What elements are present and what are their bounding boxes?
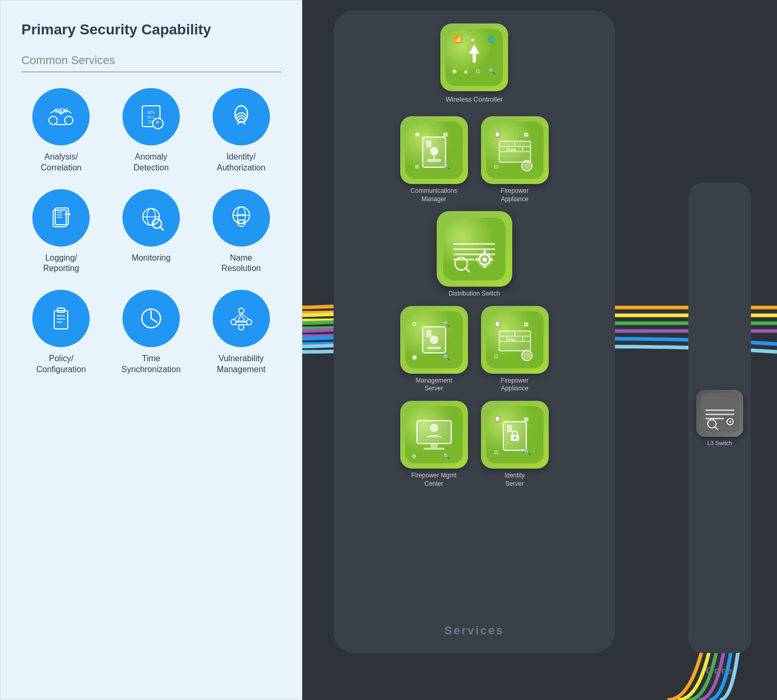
svg-text:▦: ▦ [464,69,468,74]
svg-point-30 [43,300,79,337]
svg-point-40 [223,300,260,337]
svg-rect-92 [484,265,486,268]
svg-rect-103 [427,347,441,349]
vulnerability-icon [213,290,270,347]
capabilities-grid: SIEM Analysis/Correlation BCn KI ⚠ TUV [21,88,281,375]
firepower-mgmt-center-label: Firepower MgmtCenter [411,472,457,488]
wireless-controller-icon: 📶 ⊕ 🌐 ◉ ▦ ⊡ 🔍 [440,23,508,91]
svg-text:🔍: 🔍 [443,452,450,460]
capability-logging: Logging/Reporting [21,189,101,275]
svg-text:🔍: 🔍 [488,67,496,75]
svg-rect-94 [490,259,493,261]
svg-point-11 [223,99,260,135]
firepower-appliance-bottom-label: FirepowerAppliance [501,377,528,393]
l3-switch-label: L3 Switch [707,440,732,446]
svg-text:⊡: ⊡ [494,353,498,359]
wireless-controller-label: Wireless Controller [446,95,503,103]
svg-point-121 [430,424,438,432]
anomaly-label: AnomalyDetection [133,152,169,174]
time-sync-icon [122,290,180,347]
time-sync-label: TimeSynchronization [121,353,181,375]
svg-point-132 [514,437,516,439]
svg-text:▦: ▦ [524,131,528,137]
svg-text:▦: ▦ [524,321,528,327]
svg-text:🛡: 🛡 [524,352,530,360]
identity-auth-label: Identity/Authorization [217,152,265,174]
policy-icon [32,290,90,347]
svg-point-19 [133,200,169,236]
distribution-switch-label: Distribution Switch [449,290,500,298]
svg-text:🔍: 🔍 [443,353,450,361]
name-resolution-label: NameResolution [221,253,261,275]
row-2-devices: ◉ ▦ ⊞ 🔍 CommunicationsManager [400,116,549,203]
svg-rect-91 [484,250,486,253]
svg-text:🔍: 🔍 [524,448,531,456]
communications-manager-label: CommunicationsManager [411,187,457,203]
anomaly-icon: BCn KI ⚠ TUV 🔍 [122,88,180,145]
services-container: 📶 ⊕ 🌐 ◉ ▦ ⊡ 🔍 Wireless Controller [334,10,615,653]
distribution-switch-wrapper: Distribution Switch [437,211,512,298]
capability-policy: Policy/Configuration [21,290,101,375]
monitoring-label: Monitoring [132,253,171,264]
svg-point-13 [43,200,79,236]
capability-identity-auth: Identity/Authorization [201,88,281,174]
svg-text:📋: 📋 [494,130,501,138]
core-label: Core [706,666,733,677]
svg-text:DNS: DNS [237,213,245,216]
svg-point-90 [483,257,487,262]
firepower-appliance-top-icon: 📋 ▦ Fire ⊡ 🛡 [481,116,549,184]
identity-server-wrapper: 📋 ▦ ⊡ 🔍 IdentityServer [481,401,549,488]
identity-server-label: IdentityServer [504,472,525,488]
analysis-icon: SIEM [32,88,90,145]
name-resolution-icon: DNS [213,189,270,247]
l3-switch-icon [696,390,743,437]
capability-vulnerability: VulnerabilityManagement [201,290,281,375]
section-divider [21,71,281,72]
svg-text:🛡: 🛡 [525,163,530,169]
policy-label: Policy/Configuration [36,353,86,375]
svg-text:📶: 📶 [453,35,463,44]
logging-label: Logging/Reporting [43,253,79,275]
monitoring-icon [122,189,180,247]
svg-text:🔍: 🔍 [443,320,450,327]
main-title: Primary Security Capability [21,21,281,38]
svg-point-25 [223,200,260,236]
svg-text:⊡: ⊡ [476,68,480,74]
svg-rect-123 [424,448,445,450]
svg-text:◉: ◉ [412,353,417,361]
svg-text:▦: ▦ [524,416,528,422]
capability-time-sync: TimeSynchronization [112,290,191,375]
svg-point-141 [729,421,731,423]
svg-rect-64 [426,140,431,148]
right-panel: 📶 ⊕ 🌐 ◉ ▦ ⊡ 🔍 Wireless Controller [302,0,777,700]
communications-manager-wrapper: ◉ ▦ ⊞ 🔍 CommunicationsManager [400,116,468,203]
svg-text:📋: 📋 [494,415,501,422]
svg-text:▦: ▦ [443,131,448,137]
svg-rect-67 [427,159,441,162]
core-container: L3 Switch Core [688,182,751,653]
svg-text:⊡: ⊡ [494,449,498,455]
firepower-appliance-bottom-icon: 📋 ▦ Fire ⊡ 🛡 [481,306,549,374]
wireless-controller-section: 📶 ⊕ 🌐 ◉ ▦ ⊡ 🔍 Wireless Controller [440,23,508,103]
capability-analysis: SIEM Analysis/Correlation [21,88,101,174]
svg-text:📋: 📋 [494,320,501,327]
svg-rect-130 [507,425,512,432]
services-label: Services [445,624,504,637]
distribution-switch-icon [437,211,512,287]
row-4-devices: ⚙ 🔍 ◉ 🔍 ManagementServer [400,306,549,393]
capability-name-resolution: DNS NameResolution [201,189,281,275]
capability-anomaly: BCn KI ⚠ TUV 🔍 AnomalyDetection [112,88,191,174]
svg-text:⚙: ⚙ [412,321,417,327]
svg-text:🌐: 🌐 [487,35,495,43]
svg-point-0 [43,99,79,135]
management-server-label: ManagementServer [415,377,452,393]
svg-rect-101 [426,330,431,337]
distribution-switch-row: Distribution Switch [341,211,607,298]
svg-text:⚙: ⚙ [412,453,416,459]
svg-point-102 [430,336,438,344]
analysis-label: Analysis/Correlation [41,152,81,174]
left-panel: Primary Security Capability Common Servi… [0,0,302,700]
svg-text:Fire: Fire [508,337,516,342]
vulnerability-label: VulnerabilityManagement [217,353,265,375]
section-title: Common Services [21,54,281,67]
